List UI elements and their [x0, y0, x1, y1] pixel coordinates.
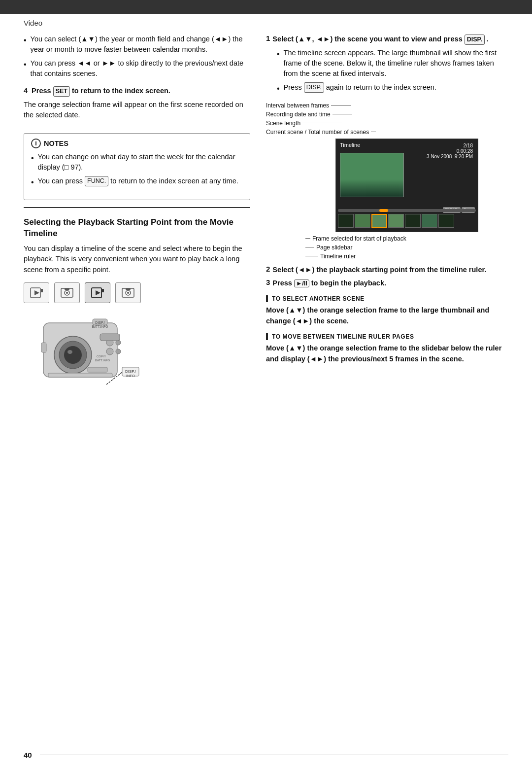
callout-line: [331, 105, 351, 105]
intro-bullets: • You can select (▲▼) the year or month …: [24, 34, 250, 79]
svg-text:BATT.INFO: BATT.INFO: [92, 325, 108, 328]
svg-rect-28: [41, 343, 46, 352]
timeline-date-top: 2/18: [427, 143, 473, 148]
svg-point-18: [67, 350, 72, 354]
step1-bullets: • The timeline screen appears. The large…: [277, 48, 508, 94]
list-item: • The timeline screen appears. The large…: [277, 48, 508, 79]
disp-again-label: DISP.: [304, 82, 324, 93]
timeline-slider-thumb[interactable]: [379, 209, 388, 212]
timeline-time: 0:00:28: [427, 148, 473, 154]
camera-svg: DISP./ BATT.INFO COPY/: [24, 308, 142, 402]
step1-number: 1: [266, 34, 270, 42]
notes-item-2: You can press FUNC. to return to the ind…: [38, 176, 238, 187]
callout-line: [332, 114, 352, 114]
timeline-main-thumb: [340, 153, 404, 197]
camera-image-area: DISP./ BATT.INFO COPY/: [24, 308, 250, 402]
film-frame-2: [355, 214, 370, 228]
top-bar: [0, 0, 532, 14]
film-frame-4: [388, 214, 404, 228]
list-item: • You can press FUNC. to return to the i…: [31, 176, 243, 188]
mode-icon-video-play-active: [85, 282, 110, 303]
section-heading: Selecting the Playback Starting Point fr…: [24, 217, 250, 240]
svg-text:COPY/: COPY/: [97, 355, 106, 358]
step2-row: 2 Select (◄►) the playback starting poin…: [266, 265, 508, 275]
svg-rect-2: [41, 289, 43, 292]
step4-content: 4 Press SET to return to the index scree…: [24, 86, 250, 126]
to-move-between-label: TO MOVE BETWEEN TIMELINE RULER PAGES: [266, 333, 508, 340]
callout-scene-total: Current scene / Total number of scenes: [266, 128, 508, 137]
page-header: Video: [0, 14, 532, 29]
timeline-thumb-tree: [340, 153, 403, 197]
callout-line: [305, 238, 310, 239]
svg-rect-27: [88, 367, 107, 372]
mode-icon-video-play: [24, 282, 49, 303]
svg-rect-9: [102, 289, 104, 292]
notes-list: • You can change on what day to start th…: [31, 152, 243, 188]
svg-point-5: [66, 292, 68, 294]
disp-button-label: DISP.: [465, 35, 485, 45]
page-title: Video: [24, 19, 42, 27]
step3-number: 3: [266, 278, 270, 286]
callout-frame-selected: Frame selected for start of playback: [305, 234, 508, 243]
video-play-active-icon: [91, 286, 104, 300]
timeline-date-full: 3 Nov 2008 9:20 PM: [427, 154, 473, 159]
svg-text:DISP./: DISP./: [125, 369, 136, 374]
svg-point-24: [106, 348, 113, 355]
page-footer: 40: [24, 751, 508, 759]
svg-point-12: [127, 292, 129, 294]
callout-line: [302, 123, 342, 123]
svg-point-25: [116, 349, 121, 354]
page-number: 40: [24, 751, 32, 759]
to-select-another-text: Move (▲▼) the orange selection frame to …: [266, 305, 508, 327]
step1-content: Select (▲▼, ◄►) the scene you want to vi…: [272, 34, 489, 45]
film-frame-3[interactable]: [371, 214, 387, 228]
svg-text:DISP./: DISP./: [95, 321, 104, 324]
step4-row: 4 Press SET to return to the index scree…: [24, 86, 250, 126]
list-item: • Press DISP. again to return to the ind…: [277, 82, 508, 94]
bullet-dot: •: [277, 83, 280, 94]
list-item: • You can select (▲▼) the year or month …: [24, 34, 250, 55]
step2-text: Select (◄►) the playback starting point …: [272, 266, 486, 274]
bullet-text: You can press ◄◄ or ►► to skip directly …: [31, 58, 250, 79]
timeline-filmstrip: [338, 213, 476, 229]
section-divider: [24, 207, 250, 208]
step1-row: 1 Select (▲▼, ◄►) the scene you want to …: [266, 34, 508, 45]
callout-line: [371, 132, 376, 132]
bullet-dot: •: [24, 59, 27, 70]
step2-content: Select (◄►) the playback starting point …: [272, 265, 486, 275]
svg-rect-29: [48, 373, 112, 377]
step3-content: Press ►/II to begin the playback.: [272, 278, 386, 288]
timeline-diagram-wrapper: Timeline 2/18 0:00:28 3 Nov 2008 9:20 PM…: [305, 139, 508, 232]
info-icon: i: [31, 139, 41, 148]
callout-line: [305, 247, 314, 247]
step3-row: 3 Press ►/II to begin the playback.: [266, 278, 508, 288]
callout-page-slidebar-text: Page slidebar: [316, 243, 352, 252]
callout-interval: Interval between frames: [266, 101, 508, 110]
timeline-page-slider[interactable]: [338, 209, 476, 212]
svg-rect-6: [65, 288, 69, 290]
right-column: 1 Select (▲▼, ◄►) the scene you want to …: [266, 34, 508, 409]
mode-icon-photo-2: [115, 282, 141, 303]
callout-frame-selected-text: Frame selected for start of playback: [312, 234, 406, 243]
svg-point-17: [64, 346, 82, 364]
main-content: • You can select (▲▼) the year or month …: [0, 29, 532, 409]
callout-scene-length: Scene length: [266, 119, 508, 128]
film-frame-7: [438, 214, 454, 228]
camera-illustration: DISP./ BATT.INFO COPY/: [24, 308, 142, 402]
video-play-icon: [30, 286, 43, 300]
step2-number: 2: [266, 265, 270, 273]
timeline-screen-title: Timeline: [340, 142, 360, 148]
notes-label: NOTES: [44, 140, 68, 147]
footer-line: [40, 755, 508, 755]
svg-text:BATT.INFO: BATT.INFO: [95, 359, 110, 362]
diagram-section: Interval between frames Recording date a…: [266, 101, 508, 137]
diagram-callouts-top: Interval between frames Recording date a…: [266, 101, 508, 137]
func-button-label: FUNC.: [85, 176, 108, 186]
film-frame-5: [405, 214, 421, 228]
bullet-dot: •: [24, 35, 27, 46]
callout-timeline-ruler-text: Timeline ruler: [320, 252, 356, 261]
step4-heading: 4 Press SET to return to the index scree…: [24, 86, 250, 97]
timeline-screen-diagram: Timeline 2/18 0:00:28 3 Nov 2008 9:20 PM…: [335, 139, 478, 232]
timeline-screen-inner: Timeline 2/18 0:00:28 3 Nov 2008 9:20 PM…: [336, 139, 478, 232]
timeline-screen-date: 2/18 0:00:28 3 Nov 2008 9:20 PM: [427, 143, 473, 159]
